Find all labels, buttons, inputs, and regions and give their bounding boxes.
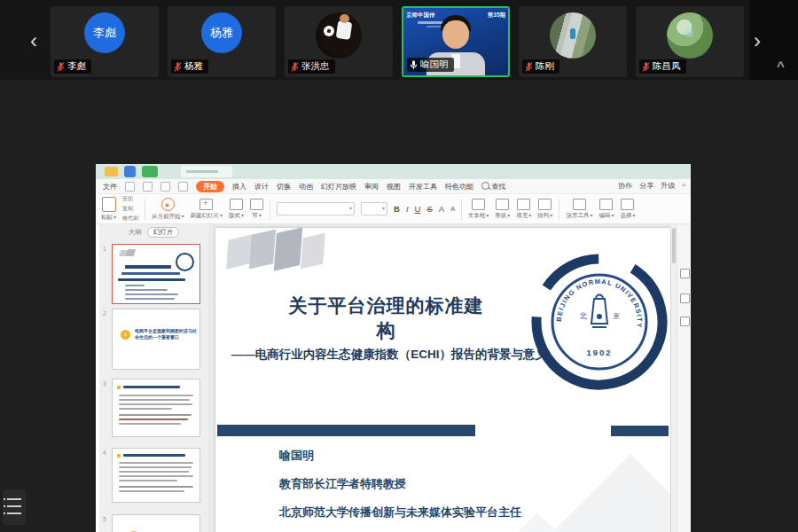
tab-review[interactable]: 审阅 [364, 182, 379, 192]
cut-button[interactable]: 剪切 [122, 195, 138, 203]
slide-thumbnail-2[interactable]: 1 电商平台是观察和洞悉经济与社会生活的一个重要窗口 [112, 309, 200, 370]
slide-thumbnail-1[interactable] [112, 244, 200, 304]
arrange-button[interactable]: 排列 [537, 199, 552, 220]
filmstrip-prev-button[interactable]: ‹ [30, 30, 37, 51]
filmstrip-collapse-button[interactable]: ^ [777, 59, 785, 74]
tab-home[interactable]: 开始 [196, 181, 224, 192]
thumb-art [121, 272, 180, 275]
slide-number: 2 [103, 310, 106, 317]
tab-animation[interactable]: 动画 [299, 182, 313, 192]
participant-tile[interactable]: 李彪 李彪 [51, 6, 159, 77]
edit-icon [599, 199, 613, 210]
slide-number: 1 [103, 246, 106, 252]
share-button[interactable]: 分享 [639, 181, 653, 191]
folder-icon[interactable] [105, 167, 118, 176]
thumb-art [119, 423, 181, 425]
paste-button[interactable]: 粘贴 [101, 197, 116, 222]
present-tools-label: 演示工具 [566, 212, 592, 220]
tab-insert[interactable]: 插入 [232, 182, 246, 192]
thumb-art [119, 403, 192, 405]
thumb-art [117, 386, 121, 389]
font-color-button[interactable]: A [439, 204, 444, 214]
format-painter-button[interactable]: 格式刷 [122, 215, 138, 223]
divider [270, 199, 270, 220]
italic-button[interactable]: I [406, 204, 409, 214]
tab-design[interactable]: 设计 [254, 182, 269, 192]
copy-button[interactable]: 复制 [122, 205, 138, 213]
thumb-art [119, 395, 193, 396]
font-size-select[interactable] [361, 202, 387, 215]
collaborate-button[interactable]: 协作 [618, 181, 632, 191]
tab-devtools[interactable]: 开发工具 [409, 182, 437, 192]
layout-icon [230, 199, 243, 210]
upgrade-button[interactable]: 升级 [661, 181, 675, 191]
participant-name-tag: 李彪 [54, 59, 91, 74]
tab-view[interactable]: 视图 [387, 182, 401, 192]
layout-rail-icon[interactable] [680, 317, 690, 326]
save-icon[interactable] [125, 182, 135, 192]
participant-name: 杨雅 [184, 60, 203, 73]
wps-docer-icon[interactable] [142, 166, 158, 177]
section-button[interactable]: 节 [250, 199, 263, 220]
participant-name: 陈昌凤 [653, 60, 681, 73]
select-label: 选择 [620, 212, 635, 220]
thumb-art [126, 249, 137, 256]
settings-icon[interactable] [680, 293, 690, 303]
scrollbar-thumb[interactable] [672, 228, 676, 263]
participant-tile[interactable]: 陈昌凤 [636, 6, 744, 77]
current-slide[interactable]: 关于平台治理的标准建构 ——电商行业内容生态健康指数（ECHI）报告的背景与意义… [215, 228, 670, 532]
slide-canvas[interactable]: 关于平台治理的标准建构 ——电商行业内容生态健康指数（ECHI）报告的背景与意义… [208, 224, 671, 532]
participant-name: 喻国明 [420, 59, 449, 71]
new-slide-button[interactable]: 新建幻灯片 [191, 199, 223, 220]
mic-muted-icon [642, 61, 650, 73]
paste-label: 粘贴 [101, 214, 116, 222]
fill-button[interactable]: 填充 [516, 199, 531, 220]
slide-thumbnail-5[interactable]: 2 平台：一种聚集要素的整合 [112, 514, 200, 532]
edit-button[interactable]: 编辑 [598, 199, 614, 220]
font-family-select[interactable] [277, 202, 355, 215]
slide-thumbnail-4[interactable] [112, 448, 200, 503]
print-icon[interactable] [143, 182, 153, 192]
wps-app-icon[interactable] [124, 166, 136, 177]
bold-button[interactable]: B [394, 204, 400, 214]
tab-transition[interactable]: 切换 [277, 182, 291, 192]
mic-muted-icon [57, 61, 65, 73]
outline-tab[interactable]: 大纲 [129, 228, 142, 237]
ribbon-collapse-icon[interactable]: ^ [682, 182, 685, 190]
play-from-current-button[interactable]: ▶ 从当前开始 [152, 198, 184, 221]
participant-tile[interactable]: 张洪忠 [285, 6, 393, 77]
strikethrough-button[interactable]: S [426, 204, 432, 214]
meeting-panel-toggle-button[interactable] [3, 489, 26, 525]
thumb-art [123, 454, 185, 457]
decoration [301, 233, 325, 270]
bnu-logo: BEIJING NORMAL UNIVERSITY 北 京 1902 [525, 247, 670, 396]
panel-header: 大纲 幻灯片 [99, 227, 208, 238]
thumb-text: 电商平台是观察和洞悉经济与社会生活的一个重要窗口 [135, 328, 197, 340]
mic-muted-icon [174, 61, 182, 73]
tab-slideshow[interactable]: 幻灯片放映 [321, 182, 356, 192]
search-box[interactable]: 查找 [481, 182, 505, 192]
participant-name-tag: 喻国明 [407, 58, 454, 72]
redo-icon[interactable] [178, 182, 188, 192]
mic-muted-icon [525, 61, 533, 73]
participant-tile[interactable]: 杨雅 杨雅 [168, 6, 276, 77]
underline-button[interactable]: U [415, 204, 421, 214]
undo-icon[interactable] [160, 182, 170, 192]
document-tab[interactable] [181, 166, 232, 177]
active-speaker-tile[interactable]: 京师中国传 第35期 喻国明 [402, 6, 510, 77]
font-grow-button[interactable]: A [450, 206, 455, 212]
textbox-button[interactable]: 文本框 [468, 199, 489, 220]
arrange-label: 排列 [537, 212, 552, 220]
panel-toggle-icon[interactable] [680, 269, 690, 278]
filmstrip-next-button[interactable]: › [754, 30, 761, 51]
participant-tile[interactable]: 陈刚 [519, 6, 627, 77]
file-menu[interactable]: 文件 [103, 182, 117, 192]
shape-button[interactable]: 形状 [495, 199, 510, 220]
thumb-art [119, 408, 172, 410]
layout-button[interactable]: 版式 [229, 199, 244, 220]
select-button[interactable]: 选择 [620, 199, 635, 220]
slide-thumbnail-3[interactable] [112, 379, 200, 437]
tab-features[interactable]: 特色功能 [445, 182, 473, 192]
present-tools-button[interactable]: 演示工具 [566, 199, 592, 220]
slides-tab[interactable]: 幻灯片 [147, 227, 180, 238]
